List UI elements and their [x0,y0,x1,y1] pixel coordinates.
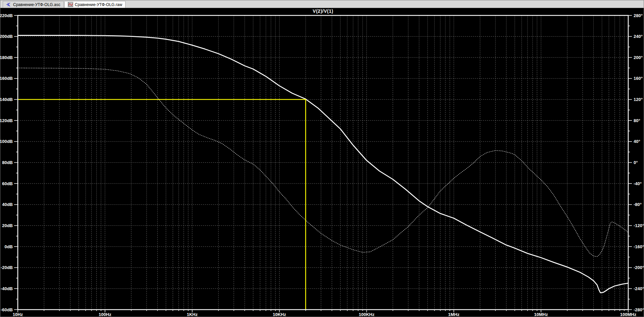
axis-labels: 220dB200dB180dB160dB140dB120dB100dB80dB6… [0,13,644,317]
gain-magnitude-db-curve [18,36,628,293]
x-tick-label: 100KHz [359,312,375,317]
y-right-tick-label: -80° [634,202,642,207]
y-right-tick-label: -280° [634,307,644,312]
grid-lines [18,15,628,310]
y-right-tick-label: 280° [634,13,643,18]
ltspice-window: Сравнение-УТФ-OLG.asc Сравнение-УТФ-OLG.… [0,0,644,317]
y-left-tick-label: 100dB [0,139,13,144]
y-left-tick-label: 60dB [2,181,13,186]
y-left-tick-label: 200dB [0,34,13,39]
y-left-tick-label: 160dB [0,76,13,81]
x-tick-label: 100Hz [99,312,111,317]
axis-ticks [14,15,632,312]
x-tick-label: 10Hz [13,312,23,317]
y-right-tick-label: 160° [634,76,643,81]
y-right-tick-label: -120° [634,223,644,228]
y-right-tick-label: 40° [634,139,640,144]
y-right-tick-label: 120° [634,97,643,102]
x-tick-label: 10MHz [534,312,548,317]
y-left-tick-label: 120dB [0,118,13,123]
x-tick-label: 1KHz [187,312,198,317]
y-left-tick-label: -20dB [1,265,13,270]
y-left-tick-label: 40dB [2,202,13,207]
y-left-tick-label: 220dB [0,13,13,18]
y-right-tick-label: 0° [634,160,638,165]
phase-deg-curve [18,68,628,257]
y-right-tick-label: 200° [634,55,643,60]
waveform-plot-pane[interactable]: 220dB200dB180dB160dB140dB120dB100dB80dB6… [0,0,644,317]
y-left-tick-label: -40dB [1,286,13,291]
x-tick-label: 10KHz [273,312,286,317]
y-right-tick-label: -40° [634,181,642,186]
y-right-tick-label: -200° [634,265,644,270]
x-tick-label: 1MHz [448,312,459,317]
y-right-tick-label: -240° [634,286,644,291]
y-left-tick-label: 140dB [0,97,13,102]
traces [18,36,628,293]
y-right-tick-label: -160° [634,244,644,249]
y-left-tick-label: 180dB [0,55,13,60]
y-right-tick-label: 240° [634,34,643,39]
y-right-tick-label: 80° [634,118,640,123]
y-left-tick-label: -60dB [1,307,13,312]
y-left-tick-label: 0dB [4,244,13,249]
x-tick-label: 100MHz [620,312,637,317]
y-left-tick-label: 20dB [2,223,13,228]
y-left-tick-label: 80dB [2,160,13,165]
